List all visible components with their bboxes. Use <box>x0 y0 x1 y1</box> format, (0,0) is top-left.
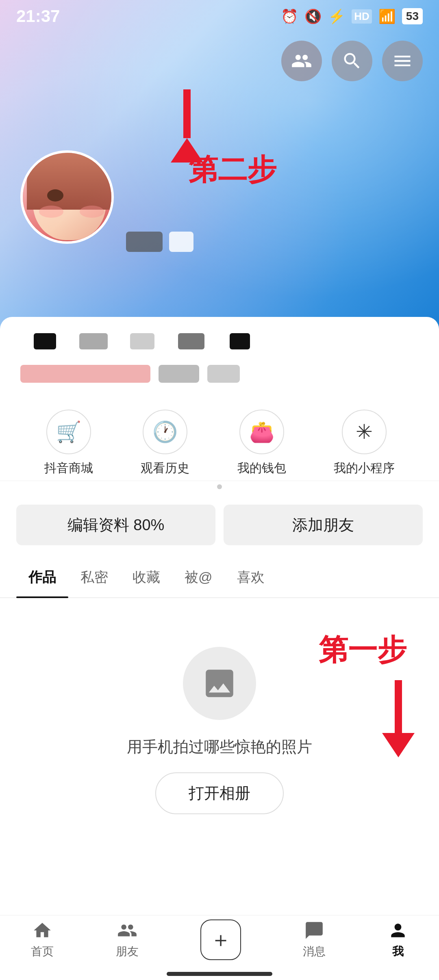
nav-home[interactable]: 首页 <box>31 920 54 959</box>
step1-label: 第一步 <box>319 631 406 670</box>
nav-add[interactable]: ＋ <box>200 919 241 960</box>
nav-friends-label: 朋友 <box>116 944 139 959</box>
wallet-label: 我的钱包 <box>237 460 286 477</box>
tab-liked[interactable]: 喜欢 <box>225 557 277 597</box>
signal-icon: 📶 <box>378 8 396 24</box>
stat-following <box>69 333 118 353</box>
stat-likes-value <box>178 333 204 349</box>
stat-following-value <box>79 333 108 349</box>
empty-icon-circle <box>183 647 256 720</box>
tabs-row: 作品 私密 收藏 被@ 喜欢 <box>0 557 439 598</box>
shop-icon-circle: 🛒 <box>46 410 91 454</box>
search-button[interactable] <box>332 41 372 81</box>
nav-messages[interactable]: 消息 <box>303 920 326 959</box>
hd-icon: HD <box>352 9 372 24</box>
nav-me-label: 我 <box>392 944 404 959</box>
avatar-image <box>23 153 111 241</box>
stat-likes <box>167 333 215 353</box>
profile-header: 第二步 <box>0 0 439 333</box>
stat-works <box>20 333 69 353</box>
friends-icon <box>291 50 312 72</box>
username-area <box>0 361 439 397</box>
photo-icon <box>201 665 238 702</box>
status-bar: 21:37 ⏰ 🔇 ⚡ HD 📶 53 <box>0 0 439 33</box>
bottom-nav: 首页 朋友 ＋ 消息 我 <box>0 915 439 980</box>
search-icon <box>341 50 363 72</box>
avatar[interactable] <box>20 150 114 244</box>
stat-followers-value <box>130 333 154 349</box>
home-icon <box>32 920 52 941</box>
menu-icon <box>392 50 413 72</box>
history-icon-circle: 🕐 <box>143 410 187 454</box>
nav-messages-label: 消息 <box>303 944 326 959</box>
nav-friends-icon <box>117 920 137 941</box>
tab-mentioned[interactable]: 被@ <box>172 557 225 597</box>
dot <box>217 484 222 489</box>
pixel-2 <box>169 232 193 252</box>
dots-indicator <box>0 481 439 492</box>
wallet-icon-circle: 👛 <box>239 410 284 454</box>
friends-button[interactable] <box>281 41 322 81</box>
nav-friends[interactable]: 朋友 <box>116 920 139 959</box>
tab-works[interactable]: 作品 <box>16 557 68 597</box>
stat-followers <box>118 333 167 353</box>
stat-works-value <box>34 333 56 349</box>
bluetooth-icon: ⚡ <box>328 8 345 24</box>
profile-card: 🛒 抖音商城 🕐 观看历史 👛 我的钱包 ✳ 我的小程序 编辑资料 80% 添加… <box>0 317 439 936</box>
stat-extra-value <box>230 333 250 349</box>
tab-favorites[interactable]: 收藏 <box>120 557 172 597</box>
tab-private[interactable]: 私密 <box>68 557 120 597</box>
nav-messages-icon <box>304 920 324 941</box>
username-row <box>20 365 419 383</box>
add-friend-button[interactable]: 添加朋友 <box>224 505 423 545</box>
stats-row <box>0 317 439 361</box>
status-icons: ⏰ 🔇 ⚡ HD 📶 53 <box>281 8 423 24</box>
empty-state: 第一步 用手机拍过哪些惊艳的照片 打开相册 <box>0 598 439 839</box>
miniapp-icon-circle: ✳ <box>342 410 387 454</box>
status-time: 21:37 <box>16 7 60 26</box>
mute-icon: 🔇 <box>304 8 322 24</box>
step1-arrow <box>382 680 415 757</box>
miniapp-label: 我的小程序 <box>334 460 395 477</box>
home-indicator <box>167 972 272 976</box>
user-info <box>126 232 193 252</box>
history-label: 观看历史 <box>141 460 189 477</box>
battery-icon: 53 <box>402 8 423 24</box>
arrow-shaft-down <box>395 680 402 733</box>
quick-link-wallet[interactable]: 👛 我的钱包 <box>237 410 286 477</box>
arrow-shaft-up <box>183 89 191 138</box>
stat-extra <box>215 333 264 353</box>
shop-label: 抖音商城 <box>44 460 93 477</box>
nav-add-button[interactable]: ＋ <box>200 919 241 960</box>
nav-home-label: 首页 <box>31 944 54 959</box>
username-tag2 <box>207 365 240 383</box>
username-pixels <box>126 232 193 252</box>
step2-label: 第二步 <box>189 150 276 189</box>
nav-me-icon <box>388 920 408 941</box>
quick-links: 🛒 抖音商城 🕐 观看历史 👛 我的钱包 ✳ 我的小程序 <box>0 397 439 481</box>
quick-link-history[interactable]: 🕐 观看历史 <box>141 410 189 477</box>
action-buttons: 编辑资料 80% 添加朋友 <box>0 492 439 557</box>
username-tag1 <box>159 365 199 383</box>
quick-link-miniapp[interactable]: ✳ 我的小程序 <box>334 410 395 477</box>
edit-profile-button[interactable]: 编辑资料 80% <box>16 505 215 545</box>
header-actions <box>281 41 423 81</box>
menu-button[interactable] <box>382 41 423 81</box>
pixel-1 <box>126 232 163 252</box>
empty-description: 用手机拍过哪些惊艳的照片 <box>127 736 312 758</box>
arrow-head-down <box>382 733 415 757</box>
alarm-icon: ⏰ <box>281 8 298 24</box>
quick-link-shop[interactable]: 🛒 抖音商城 <box>44 410 93 477</box>
nav-me[interactable]: 我 <box>388 920 408 959</box>
username-block <box>20 365 150 383</box>
open-album-button[interactable]: 打开相册 <box>155 772 284 814</box>
